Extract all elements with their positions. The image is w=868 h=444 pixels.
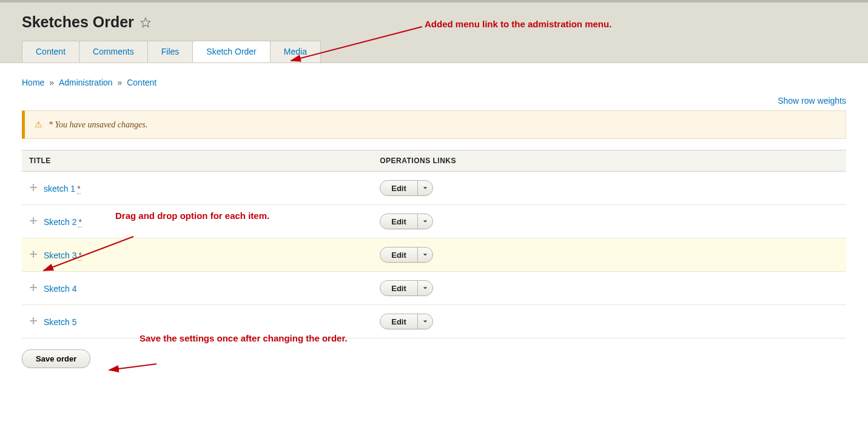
breadcrumb-separator: » <box>115 78 125 87</box>
breadcrumb-link[interactable]: Administration <box>59 78 113 87</box>
drag-handle-icon[interactable] <box>29 217 38 227</box>
warning-icon: ⚠ <box>35 119 42 130</box>
edit-button[interactable]: Edit <box>380 314 418 329</box>
warning-box: ⚠ * You have unsaved changes. <box>22 110 846 139</box>
changed-asterisk: * <box>78 217 81 227</box>
breadcrumb-link[interactable]: Home <box>22 78 44 87</box>
show-row-weights-link[interactable]: Show row weights <box>778 96 846 106</box>
edit-button[interactable]: Edit <box>380 247 418 262</box>
tab-content[interactable]: Content <box>22 41 79 62</box>
drag-handle-icon[interactable] <box>29 317 38 327</box>
tab-media[interactable]: Media <box>270 41 321 62</box>
drag-handle-icon[interactable] <box>29 183 38 193</box>
edit-button[interactable]: Edit <box>380 181 418 195</box>
row-title-link[interactable]: Sketch 5 <box>44 317 76 327</box>
svg-rect-6 <box>30 254 36 254</box>
content-region: Home » Administration » Content Show row… <box>0 63 868 386</box>
svg-rect-2 <box>30 187 36 187</box>
edit-dropbutton: Edit <box>380 180 433 196</box>
drag-handle-icon[interactable] <box>29 283 38 294</box>
tab-sketch-order[interactable]: Sketch Order <box>192 41 270 62</box>
header-region: Sketches Order ContentCommentsFilesSketc… <box>0 0 868 63</box>
changed-asterisk: * <box>78 251 81 261</box>
dropbutton-toggle[interactable] <box>418 281 432 295</box>
page-title-wrap: Sketches Order <box>0 13 868 41</box>
edit-dropbutton: Edit <box>380 247 433 263</box>
svg-rect-8 <box>30 287 36 288</box>
show-weights-wrap: Show row weights <box>22 96 846 106</box>
table-row: sketch 1*Edit <box>22 172 846 205</box>
edit-dropbutton: Edit <box>380 280 433 296</box>
svg-rect-4 <box>30 220 36 221</box>
page-title: Sketches Order <box>22 13 134 31</box>
tab-comments[interactable]: Comments <box>79 41 148 62</box>
row-title-link[interactable]: sketch 1 <box>44 184 75 193</box>
dropbutton-toggle[interactable] <box>418 181 432 195</box>
dropbutton-toggle[interactable] <box>418 314 432 329</box>
dropbutton-toggle[interactable] <box>418 214 432 229</box>
tab-files[interactable]: Files <box>147 41 193 62</box>
row-title-link[interactable]: Sketch 3 <box>44 251 76 260</box>
col-header-title: TITLE <box>22 150 372 172</box>
col-header-operations: OPERATIONS LINKS <box>372 150 846 172</box>
breadcrumb-separator: » <box>47 78 56 87</box>
listing-table: TITLE OPERATIONS LINKS sketch 1*EditSket… <box>22 150 846 338</box>
table-row: Sketch 3*Edit <box>22 238 846 272</box>
changed-asterisk: * <box>77 184 80 194</box>
warning-text: * You have unsaved changes. <box>49 120 147 130</box>
star-icon[interactable] <box>140 17 151 28</box>
row-title-link[interactable]: Sketch 4 <box>44 284 76 294</box>
drag-handle-icon[interactable] <box>29 250 38 260</box>
tabs: ContentCommentsFilesSketch OrderMedia <box>0 41 868 62</box>
breadcrumb-link[interactable]: Content <box>127 78 156 87</box>
edit-dropbutton: Edit <box>380 314 433 329</box>
svg-rect-10 <box>30 320 36 321</box>
table-row: Sketch 5Edit <box>22 305 846 338</box>
table-row: Sketch 4Edit <box>22 272 846 305</box>
edit-button[interactable]: Edit <box>380 214 418 229</box>
table-row: Sketch 2*Edit <box>22 205 846 238</box>
edit-button[interactable]: Edit <box>380 281 418 295</box>
svg-marker-0 <box>141 18 150 27</box>
breadcrumb: Home » Administration » Content <box>22 78 846 87</box>
edit-dropbutton: Edit <box>380 214 433 229</box>
save-order-button[interactable]: Save order <box>22 349 90 368</box>
row-title-link[interactable]: Sketch 2 <box>44 217 76 227</box>
dropbutton-toggle[interactable] <box>418 247 432 262</box>
